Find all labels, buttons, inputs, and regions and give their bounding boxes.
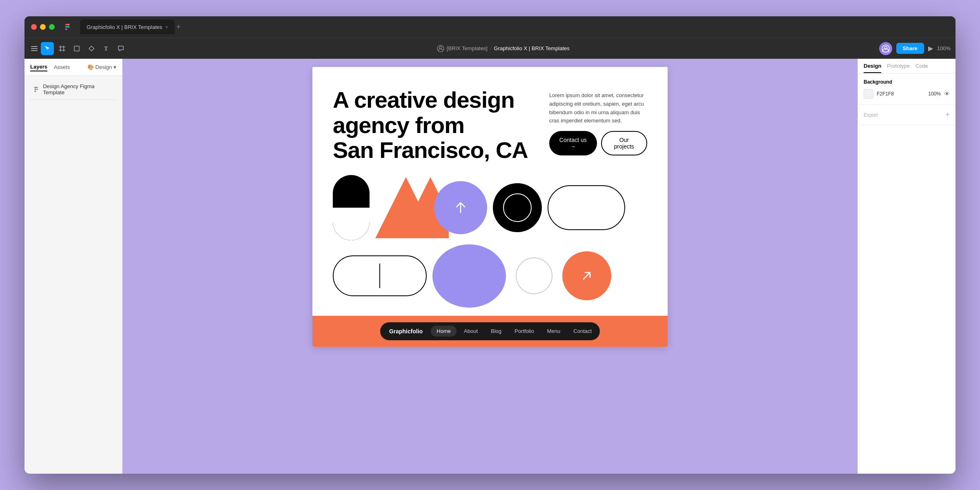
purple-large-circle-shape	[432, 244, 506, 308]
tab-title: Graphicfolio X | BRIX Templates	[87, 24, 162, 30]
frame-tool-button[interactable]	[56, 42, 69, 55]
design-tab[interactable]: Design	[864, 63, 881, 73]
background-opacity: 100%	[928, 91, 941, 97]
panel-tabs: Design Prototype Code	[858, 59, 956, 73]
select-tool-button[interactable]	[41, 42, 54, 55]
svg-rect-0	[74, 46, 79, 51]
shapes-row-2	[333, 240, 668, 308]
export-label: Export	[864, 112, 878, 118]
right-panel: Design Prototype Code Background F2F1F8 …	[858, 59, 956, 474]
layer-label: Design Agency Figma Template	[43, 83, 114, 95]
nav-item-about[interactable]: About	[458, 326, 483, 337]
nav-brand: Graphicfolio	[383, 326, 429, 337]
browser-tabs: Graphicfolio X | BRIX Templates × +	[80, 20, 180, 34]
design-label: Design	[96, 64, 112, 70]
visibility-icon[interactable]: 👁	[944, 91, 950, 97]
hero-buttons: Contact us → Our projects	[549, 131, 647, 155]
title-bar: Graphicfolio X | BRIX Templates × +	[24, 16, 956, 38]
shape-tool-button[interactable]	[70, 42, 83, 55]
dropdown-chevron-icon: ▾	[114, 64, 116, 70]
nav-item-portfolio[interactable]: Portfolio	[509, 326, 540, 337]
figma-small-icon	[33, 86, 40, 93]
maximize-button[interactable]	[49, 24, 55, 30]
design-dropdown[interactable]: 🎨 Design ▾	[87, 64, 116, 70]
long-pill-outline-shape	[333, 255, 427, 296]
pen-tool-button[interactable]	[85, 42, 98, 55]
breadcrumb-sep: /	[490, 45, 492, 51]
comment-tool-button[interactable]	[114, 42, 127, 55]
breadcrumb-org: [BRIX Templates]	[447, 45, 488, 51]
tab-close-button[interactable]: ×	[165, 24, 168, 29]
background-color-hex: F2F1F8	[877, 91, 925, 97]
nav-pill: Graphicfolio Home About Blog Portfolio M…	[380, 322, 600, 340]
our-projects-button[interactable]: Our projects	[601, 131, 647, 155]
toolbar-right: Share ▶ 100%	[879, 42, 951, 55]
hero-section: A creative designagency fromSan Francisc…	[312, 67, 668, 163]
minimize-button[interactable]	[40, 24, 46, 30]
black-circle-ring-shape	[493, 183, 542, 232]
background-section: Background F2F1F8 100% 👁	[858, 73, 956, 105]
active-tab[interactable]: Graphicfolio X | BRIX Templates ×	[80, 20, 175, 34]
contact-us-button[interactable]: Contact us →	[549, 131, 597, 155]
hero-title: A creative designagency fromSan Francisc…	[333, 87, 541, 163]
sidebar-tab-bar: Layers Assets 🎨 Design ▾	[24, 59, 122, 76]
share-button[interactable]: Share	[896, 43, 924, 54]
shapes-row-1	[312, 163, 668, 240]
user-icon	[437, 45, 444, 52]
avatar	[879, 42, 892, 55]
pill-black-shape	[333, 175, 370, 240]
left-sidebar: Layers Assets 🎨 Design ▾	[24, 59, 122, 474]
nav-item-blog[interactable]: Blog	[485, 326, 507, 337]
nav-item-contact[interactable]: Contact	[568, 326, 597, 337]
zoom-label: 100%	[937, 45, 951, 51]
menu-icon[interactable]	[29, 44, 39, 53]
hero-left: A creative designagency fromSan Francisc…	[333, 87, 541, 163]
toolbar-center: [BRIX Templates] / Graphicfolio X | BRIX…	[129, 45, 878, 52]
background-section-title: Background	[864, 79, 950, 85]
background-color-swatch[interactable]	[864, 89, 873, 99]
close-button[interactable]	[31, 24, 37, 30]
sidebar-divider	[29, 100, 117, 100]
new-tab-button[interactable]: +	[176, 23, 181, 31]
hero-right: Lorem ipsum dolor sit amet, consectetur …	[549, 87, 647, 155]
background-color-row: F2F1F8 100% 👁	[864, 89, 950, 99]
white-outline-circle-shape	[512, 255, 557, 296]
sidebar-content: Design Agency Figma Template	[24, 76, 122, 474]
purple-circle-arrow-shape	[434, 181, 487, 234]
figma-logo-icon	[63, 22, 72, 31]
layer-item[interactable]: Design Agency Figma Template	[29, 81, 117, 98]
nav-item-home[interactable]: Home	[431, 326, 457, 337]
hero-description: Lorem ipsum dolor sit amet, consectetur …	[549, 91, 647, 125]
svg-point-3	[439, 47, 442, 49]
prototype-tab[interactable]: Prototype	[887, 63, 910, 73]
layers-tab[interactable]: Layers	[30, 63, 47, 71]
add-export-button[interactable]: +	[945, 111, 950, 119]
orange-circle-arrow-shape	[562, 251, 611, 300]
traffic-lights	[31, 24, 55, 30]
browser-window: Graphicfolio X | BRIX Templates × +	[24, 16, 956, 474]
nav-item-menu[interactable]: Menu	[541, 326, 566, 337]
app-body: Layers Assets 🎨 Design ▾	[24, 59, 956, 474]
outline-pill-shape	[548, 185, 625, 230]
canvas-area: A creative designagency fromSan Francisc…	[122, 59, 858, 474]
export-row: Export +	[864, 111, 950, 119]
text-tool-button[interactable]: T	[100, 42, 113, 55]
breadcrumb: [BRIX Templates] / Graphicfolio X | BRIX…	[447, 45, 570, 51]
figma-toolbar: T [BRIX Templates] / Graphicfolio X | BR…	[24, 38, 956, 59]
export-section: Export +	[858, 105, 956, 125]
footer-nav-section: Graphicfolio Home About Blog Portfolio M…	[312, 316, 668, 347]
assets-tab[interactable]: Assets	[54, 63, 70, 71]
play-button[interactable]: ▶	[928, 44, 933, 52]
breadcrumb-file: Graphicfolio X | BRIX Templates	[494, 45, 570, 51]
code-tab[interactable]: Code	[915, 63, 928, 73]
svg-text:T: T	[104, 46, 108, 52]
canvas-frame: A creative designagency fromSan Francisc…	[312, 67, 668, 347]
